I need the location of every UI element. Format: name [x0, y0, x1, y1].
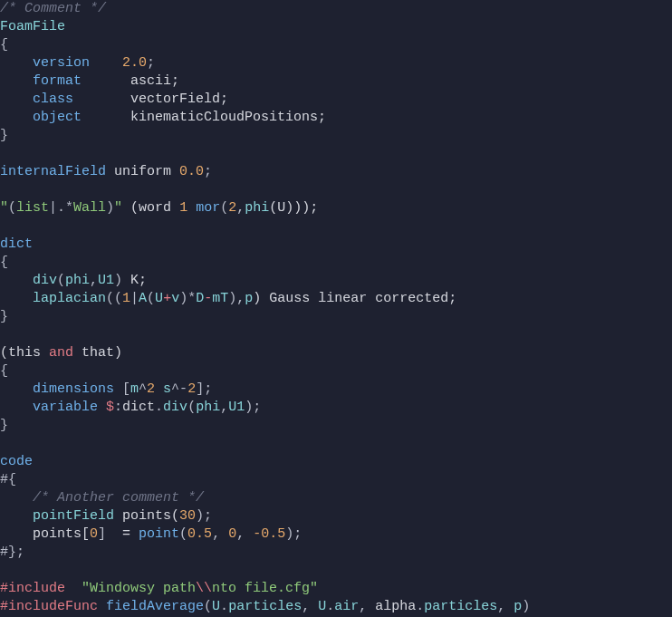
keyword: FoamFile: [0, 19, 65, 34]
code-block: /* Comment */ FoamFile { version 2.0; fo…: [0, 0, 672, 616]
comment-line: /* Comment */: [0, 1, 106, 16]
comment-line: /* Another comment */: [33, 490, 204, 506]
